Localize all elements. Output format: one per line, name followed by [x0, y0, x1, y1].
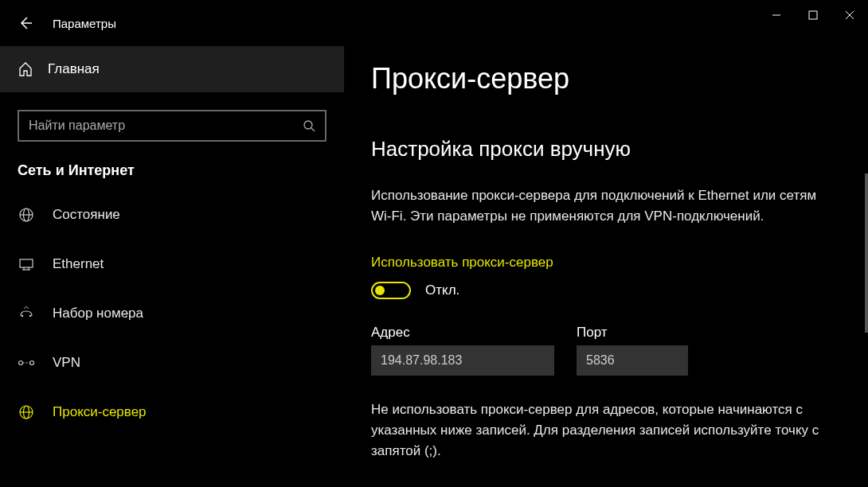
minimize-button[interactable] — [758, 0, 795, 30]
svg-point-14 — [29, 315, 31, 317]
sidebar-category: Сеть и Интернет — [0, 156, 344, 190]
section-title: Настройка прокси вручную — [371, 137, 836, 162]
sidebar-item-label: Состояние — [53, 207, 120, 223]
close-icon — [845, 10, 854, 20]
svg-rect-1 — [809, 11, 817, 19]
svg-point-17 — [25, 306, 27, 308]
sidebar-home[interactable]: Главная — [0, 46, 344, 92]
back-button[interactable] — [6, 4, 45, 42]
dialup-icon — [18, 306, 34, 321]
toggle-label: Использовать прокси-сервер — [371, 255, 836, 271]
app-title: Параметры — [53, 17, 116, 30]
port-label: Порт — [577, 325, 688, 341]
svg-rect-9 — [20, 259, 33, 267]
search-input[interactable] — [29, 119, 296, 133]
search-box[interactable] — [18, 110, 326, 142]
svg-point-16 — [27, 307, 29, 309]
sidebar-item-dialup[interactable]: Набор номера — [0, 289, 344, 338]
svg-line-5 — [311, 128, 315, 131]
sidebar-item-status[interactable]: Состояние — [0, 190, 344, 240]
svg-point-18 — [19, 361, 23, 365]
sidebar: Главная Сеть и Интернет — [0, 46, 344, 487]
address-label: Адрес — [371, 325, 554, 341]
content-pane: Прокси-сервер Настройка прокси вручную И… — [344, 46, 868, 487]
sidebar-item-label: Прокси-сервер — [53, 404, 147, 420]
ethernet-icon — [18, 256, 34, 272]
search-icon — [303, 119, 315, 132]
maximize-icon — [808, 10, 818, 20]
proxy-toggle[interactable] — [371, 282, 411, 299]
toggle-state: Откл. — [425, 282, 459, 298]
maximize-button[interactable] — [795, 0, 831, 30]
arrow-left-icon — [18, 15, 33, 31]
close-button[interactable] — [831, 0, 868, 30]
home-icon — [18, 61, 33, 77]
sidebar-home-label: Главная — [48, 61, 100, 77]
svg-point-15 — [24, 307, 25, 309]
sidebar-item-proxy[interactable]: Прокси-сервер — [0, 388, 344, 437]
exclude-description: Не использовать прокси-сервер для адресо… — [371, 399, 833, 462]
minimize-icon — [772, 10, 781, 20]
globe-icon — [18, 207, 34, 223]
svg-point-19 — [30, 361, 34, 365]
section-description: Использование прокси-сервера для подключ… — [371, 185, 833, 228]
sidebar-item-ethernet[interactable]: Ethernet — [0, 240, 344, 289]
svg-point-13 — [22, 315, 23, 317]
sidebar-item-vpn[interactable]: VPN — [0, 338, 344, 388]
address-input[interactable] — [371, 345, 554, 376]
globe-icon — [18, 404, 34, 420]
vpn-icon — [18, 355, 35, 371]
sidebar-item-label: Набор номера — [53, 306, 143, 321]
sidebar-item-label: Ethernet — [53, 256, 104, 272]
scrollbar[interactable] — [865, 173, 868, 333]
sidebar-item-label: VPN — [53, 355, 80, 371]
toggle-knob — [375, 286, 385, 295]
port-input[interactable] — [577, 345, 688, 376]
page-title: Прокси-сервер — [371, 62, 836, 95]
svg-point-4 — [304, 121, 312, 129]
